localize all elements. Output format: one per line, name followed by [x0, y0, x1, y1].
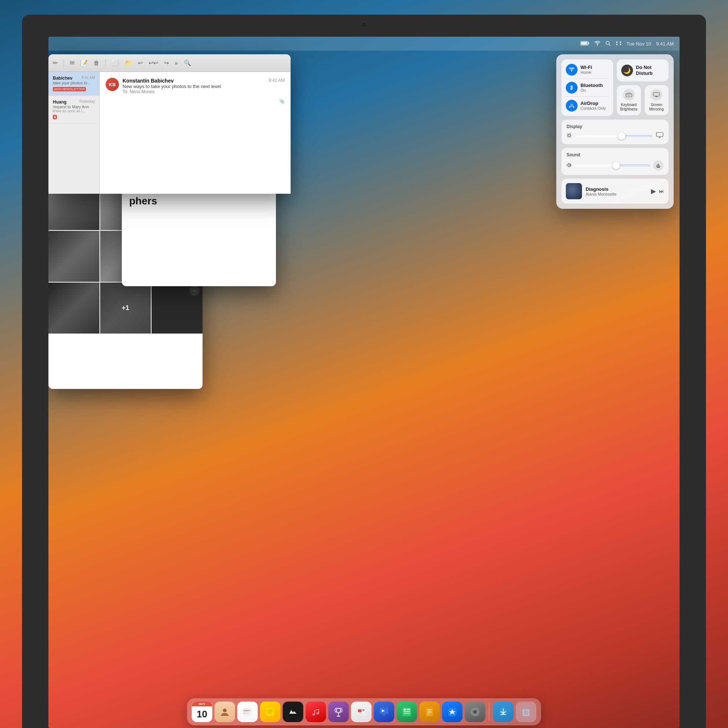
svg-point-43: [244, 710, 245, 711]
play-button[interactable]: ▶: [651, 187, 656, 195]
cc-network-tile[interactable]: Wi-Fi Home Bluetooth: [561, 60, 613, 116]
svg-rect-19: [657, 167, 660, 168]
cc-wifi-row[interactable]: Wi-Fi Home: [566, 64, 609, 76]
dnd-icon[interactable]: 🌙: [621, 64, 633, 76]
svg-point-7: [616, 44, 618, 45]
svg-rect-81: [474, 715, 476, 717]
dock-item-sysprefs[interactable]: [465, 702, 485, 722]
trash-icon[interactable]: ⬜: [112, 60, 119, 66]
svg-rect-67: [404, 713, 410, 714]
svg-rect-66: [404, 711, 410, 712]
cc-screen-mirroring-label: Screen Mirroring: [648, 103, 666, 112]
dock: NOV 10: [188, 699, 541, 725]
dock-item-trash[interactable]: [516, 702, 537, 722]
mail-preview-2: request to Mary Ann: [53, 105, 95, 109]
cc-dnd-row[interactable]: 🌙 Do Not Disturb: [621, 64, 664, 76]
mail-badge-2: ■: [53, 115, 57, 119]
music-icon: [311, 707, 321, 717]
svg-point-11: [573, 106, 574, 107]
svg-rect-14: [628, 95, 629, 95]
photo-more-btn-2[interactable]: ···: [189, 286, 200, 296]
dock-item-keynote[interactable]: [374, 702, 395, 722]
mail-reading-pane: KB Konstantin Babichev New ways to take …: [100, 72, 291, 194]
cc-sound-section: Sound: [561, 148, 668, 175]
svg-point-8: [620, 44, 621, 45]
screen-mirroring-icon: [651, 89, 662, 101]
numbers-icon: [402, 707, 412, 717]
forward-icon[interactable]: ↪: [164, 60, 169, 66]
attachment-indicator: 📎: [106, 99, 285, 104]
volume-slider[interactable]: [575, 164, 650, 167]
dock-item-downloads[interactable]: [493, 702, 514, 722]
dock-item-notes[interactable]: [260, 702, 281, 722]
keyboard-brightness-icon: [623, 89, 635, 101]
cc-brightness-row: [567, 132, 664, 140]
bluetooth-toggle-icon[interactable]: [566, 82, 578, 93]
menubar: Tue Nov 10 9:41 AM: [49, 37, 679, 50]
brightness-slider[interactable]: [575, 135, 652, 137]
svg-point-45: [244, 713, 245, 714]
photo-cell-11[interactable]: +1: [100, 283, 151, 333]
photo-plus-overlay: +1: [100, 283, 151, 333]
mail-list-item-1[interactable]: Babichev 9:41 AM take your photos to... …: [49, 72, 99, 96]
toolbar-separator: [63, 60, 64, 67]
search-mail-icon[interactable]: 🔍: [184, 60, 191, 66]
menubar-right: Tue Nov 10 9:41 AM: [581, 41, 674, 47]
archive-icon[interactable]: 📁: [125, 60, 132, 66]
dock-item-appletv[interactable]: [283, 702, 303, 722]
dock-item-podcasts[interactable]: [329, 702, 349, 722]
cc-screen-mirroring-tile[interactable]: Screen Mirroring: [645, 85, 669, 115]
dock-item-news[interactable]: [351, 702, 372, 722]
mail-window: ✏ ✉ 📝 🗑 ⬜ 📁 ↩ ↩↩ ↪ » 🔍 Babic: [49, 54, 291, 194]
dock-item-calendar[interactable]: NOV 10: [192, 702, 213, 722]
svg-point-76: [474, 711, 476, 713]
compose-new-icon[interactable]: 📝: [80, 60, 88, 66]
brightness-thumb[interactable]: [618, 133, 625, 140]
svg-point-44: [244, 711, 245, 713]
fast-forward-button[interactable]: ⏭: [659, 188, 664, 194]
compose-icon[interactable]: ✏: [53, 60, 58, 66]
wifi-toggle-icon[interactable]: [566, 64, 578, 76]
dock-item-pages[interactable]: [419, 702, 440, 722]
photo-cell-10[interactable]: [49, 283, 99, 333]
dock-item-reminders[interactable]: [237, 702, 258, 722]
delete-icon[interactable]: 🗑: [93, 60, 99, 66]
mail-list-item-2[interactable]: Huang Yesterday request to Mary Ann know…: [49, 96, 99, 124]
mail-sender-1: Babichev: [53, 76, 72, 81]
cc-bluetooth-row[interactable]: Bluetooth On: [566, 82, 609, 93]
mail-icon[interactable]: ✉: [70, 60, 75, 66]
svg-rect-79: [479, 711, 480, 713]
cc-volume-row: [567, 161, 664, 171]
volume-thumb[interactable]: [612, 162, 620, 169]
svg-point-6: [620, 41, 621, 43]
dock-item-contacts[interactable]: [215, 702, 235, 722]
downloads-icon: [498, 707, 509, 717]
airplay-button[interactable]: [653, 161, 664, 171]
reply-icon[interactable]: ↩: [138, 60, 143, 66]
dock-calendar-month: NOV: [192, 702, 213, 707]
dock-item-numbers[interactable]: [397, 702, 417, 722]
svg-rect-16: [653, 92, 659, 96]
menubar-time: 9:41 AM: [656, 41, 674, 47]
more-icon[interactable]: »: [175, 60, 178, 66]
macbook-frame: Tue Nov 10 9:41 AM: [22, 15, 706, 728]
photo-cell-7[interactable]: [49, 231, 99, 282]
display-screen-icon: [656, 132, 664, 140]
control-center-icon[interactable]: [616, 41, 622, 47]
dock-item-music[interactable]: [306, 702, 326, 722]
dock-item-appstore[interactable]: [442, 702, 463, 722]
reply-all-icon[interactable]: ↩↩: [148, 60, 158, 66]
volume-icon: [567, 163, 572, 168]
cc-airdrop-row[interactable]: AirDrop Contacts Only: [566, 100, 609, 112]
track-artist: Alanis Morissette: [586, 192, 647, 196]
cc-dnd-tile[interactable]: 🌙 Do Not Disturb: [617, 60, 668, 81]
airdrop-toggle-icon[interactable]: [566, 100, 578, 112]
mail-toolbar: ✏ ✉ 📝 🗑 ⬜ 📁 ↩ ↩↩ ↪ » 🔍: [49, 54, 291, 72]
search-icon[interactable]: [606, 41, 610, 47]
mail-header: KB Konstantin Babichev New ways to take …: [106, 78, 285, 94]
cc-sound-label: Sound: [567, 152, 664, 158]
battery-icon: [581, 41, 589, 47]
cc-display-label: Display: [567, 124, 664, 129]
cc-keyboard-brightness-tile[interactable]: Keyboard Brightness: [617, 85, 641, 115]
photo-cell-12[interactable]: ···: [151, 283, 203, 333]
